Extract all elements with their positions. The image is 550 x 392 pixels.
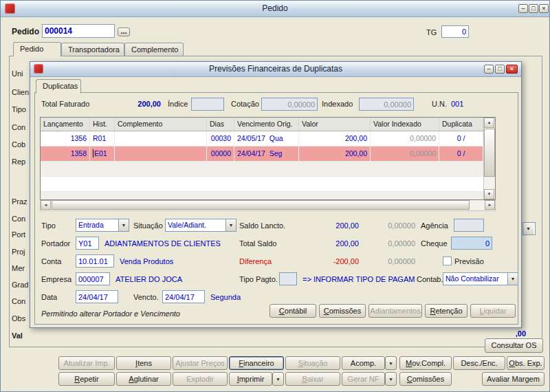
diferenca-label: Diferença [239, 257, 272, 265]
conta-input[interactable] [76, 254, 114, 268]
field-label-fragment: Cob [12, 140, 30, 149]
acomp-button[interactable]: Acomp. [342, 356, 385, 370]
main-titlebar[interactable]: Pedido – □ × [1, 1, 549, 17]
field-label-fragment: Praz [12, 197, 30, 206]
comissoes-dialog-button[interactable]: Comissões [319, 304, 366, 318]
dialog-title: Previsões Financeiras de Duplicatas [30, 64, 521, 74]
tab-complemento[interactable]: Complemento [124, 43, 184, 56]
field-label-fragment: Val [12, 331, 30, 340]
retencao-button[interactable]: Retenção [425, 304, 468, 318]
chevron-down-icon[interactable]: ▼ [118, 219, 129, 231]
horizontal-scrollbar[interactable]: ◄ ► [40, 200, 496, 211]
table-row[interactable]: 1356 R01 00030 24/05/17 Qua 200,00 0,000… [41, 131, 485, 146]
gerar-nf-dropdown-icon[interactable]: ▼ [385, 372, 397, 386]
imprimir-button[interactable]: Imprimir [229, 372, 272, 386]
cell-vencimento: 24/05/17 Qua [234, 131, 299, 146]
dialog-close-icon[interactable]: × [506, 65, 518, 74]
cell-dias: 00030 [207, 131, 234, 146]
hscroll-thumb[interactable] [52, 200, 470, 210]
data-label: Data [41, 293, 57, 301]
avaliar-margem-button[interactable]: Avaliar Margem [482, 372, 544, 386]
scroll-up-icon[interactable]: ▲ [484, 118, 494, 128]
cell-date: 24/04/17 [237, 149, 265, 157]
close-icon[interactable]: × [539, 4, 549, 13]
col-complemento[interactable]: Complemento [115, 118, 207, 131]
dialog-maximize-icon[interactable]: □ [495, 65, 505, 74]
vertical-scrollbar[interactable]: ▲ ▼ [483, 118, 495, 199]
scroll-down-icon[interactable]: ▼ [484, 189, 494, 199]
liquidar-button: Liquidar [470, 304, 516, 318]
portador-label: Portador [41, 239, 70, 248]
dialog-titlebar[interactable]: Previsões Financeiras de Duplicatas – □ … [30, 62, 521, 77]
cell-lancamento: 1358 [41, 146, 90, 161]
cell-duplicata: 0 / [439, 146, 483, 161]
permission-note: Permitindo alterar Portador e Vencimento [41, 309, 180, 318]
comissoes-button[interactable]: Comissões [399, 372, 452, 386]
previsao-checkbox[interactable] [443, 257, 452, 265]
portador-input[interactable] [76, 237, 99, 250]
situacao-combo-value: Vale/Adiant. [166, 219, 226, 231]
col-duplicata[interactable]: Duplicata [439, 118, 483, 131]
aglutinar-button[interactable]: Aglutinar [116, 372, 171, 386]
tipo-pagto-input[interactable] [279, 272, 297, 285]
vscroll-thumb[interactable] [484, 129, 495, 177]
col-dias[interactable]: Dias [207, 118, 234, 131]
field-label-fragment: Uni [12, 69, 30, 78]
cheque-input[interactable] [451, 237, 492, 250]
chevron-down-icon[interactable]: ▼ [523, 223, 534, 235]
previsao-label: Previsão [454, 257, 484, 265]
cell-hist: R01 [90, 131, 115, 146]
obs-exp-button[interactable]: Obs. Exp. [507, 356, 544, 370]
col-valor-indexado[interactable]: Valor Indexado [371, 118, 439, 131]
pedido-window: Pedido – □ × Pedido ... TG Pedido Transp… [0, 0, 550, 392]
empresa-desc: ATELIER DO JOCA [116, 275, 182, 283]
contab-label: Contab. [417, 275, 443, 283]
col-lancamento[interactable]: Lançamento [41, 118, 90, 131]
pedido-number-input[interactable] [42, 24, 115, 38]
minimize-icon[interactable]: – [518, 4, 528, 13]
maximize-icon[interactable]: □ [529, 4, 538, 13]
scroll-right-icon[interactable]: ► [485, 200, 495, 210]
diferenca-indexado: 0,00000 [368, 257, 415, 265]
empresa-input[interactable] [76, 272, 110, 285]
vencto-input[interactable] [162, 290, 205, 303]
tipo-combo-value: Entrada [76, 219, 118, 231]
conta-label: Conta [41, 257, 61, 265]
financeiro-button[interactable]: Financeiro [229, 356, 284, 370]
consultar-os-button[interactable]: Consultar OS [485, 338, 543, 353]
dialog-minimize-icon[interactable]: – [484, 65, 494, 74]
cell-hist-text: E01 [94, 149, 107, 157]
cell-valor-indexado: 0,00000 [371, 146, 439, 161]
tab-transportadora[interactable]: Transportadora [61, 43, 124, 56]
repetir-button[interactable]: Repetir [58, 372, 115, 386]
tab-duplicatas[interactable]: Duplicatas [36, 79, 81, 94]
chevron-down-icon[interactable]: ▼ [507, 273, 518, 285]
tg-input[interactable] [441, 25, 469, 38]
mov-compl-button[interactable]: Mov.Compl. [399, 356, 452, 370]
cell-complemento [115, 146, 207, 161]
situacao-combo[interactable]: Vale/Adiant. ▼ [165, 219, 236, 232]
itens-button[interactable]: Itens [116, 356, 171, 370]
situacao-label: Situação [133, 221, 163, 230]
explodir-button: Explodir [173, 372, 228, 386]
browse-button[interactable]: ... [118, 28, 130, 36]
contabil-button[interactable]: Contábil [270, 304, 316, 318]
field-label-fragment: Mer [12, 264, 30, 272]
agencia-label: Agência [421, 221, 448, 230]
desc-enc-button[interactable]: Desc./Enc. [453, 356, 505, 370]
acomp-dropdown-icon[interactable]: ▼ [385, 356, 397, 370]
un-label: U.N. [432, 100, 447, 108]
tipo-combo[interactable]: Entrada ▼ [76, 219, 129, 232]
chevron-down-icon[interactable]: ▼ [226, 219, 236, 231]
col-hist[interactable]: Hist. [90, 118, 115, 131]
table-row-selected[interactable]: 1358 E01 00000 24/04/17 Seg 200,00 0,000… [41, 146, 485, 162]
tab-pedido[interactable]: Pedido [13, 42, 61, 56]
contab-combo[interactable]: Não Contabilizar ▼ [443, 272, 518, 285]
data-input[interactable] [76, 290, 118, 303]
field-label-fragment: Tipo [12, 105, 30, 113]
hidden-combo[interactable]: ▼ [522, 222, 536, 235]
imprimir-dropdown-icon[interactable]: ▼ [272, 372, 284, 386]
col-valor[interactable]: Valor [299, 118, 371, 131]
scroll-left-icon[interactable]: ◄ [41, 200, 51, 210]
col-vencimento-orig[interactable]: Vencimento Orig. [234, 118, 299, 131]
